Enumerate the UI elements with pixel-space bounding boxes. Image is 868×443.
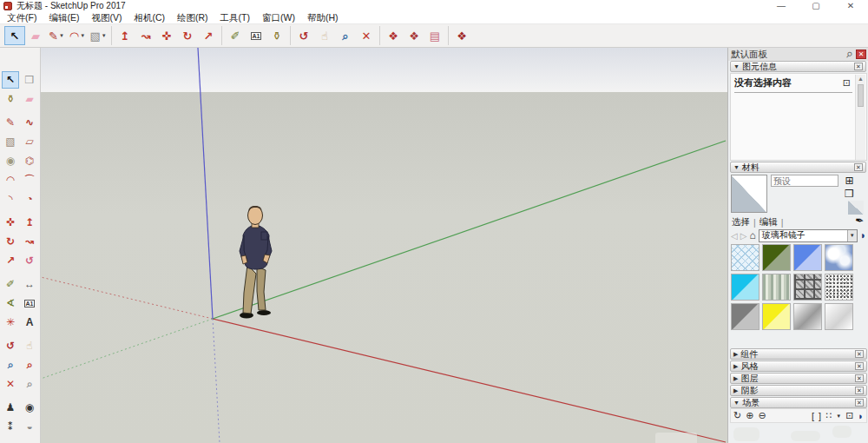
entity-info-scrollbar[interactable]: ▲: [855, 75, 865, 160]
line-tool-button[interactable]: ✎▼: [46, 26, 67, 45]
rotated-rectangle-tool-button[interactable]: ▱: [21, 133, 38, 150]
material-glass-obscure[interactable]: [825, 274, 853, 301]
section-plane-tool-button[interactable]: ◒: [21, 418, 38, 435]
menu-c[interactable]: 相机(C): [134, 12, 165, 24]
pushpull-tool-button[interactable]: ↥: [21, 214, 38, 231]
back-arrow-icon[interactable]: ◁: [731, 231, 738, 241]
maximize-button[interactable]: ▢: [799, 0, 833, 12]
in-model-materials-button[interactable]: ❒: [843, 188, 856, 201]
eraser-tool-button[interactable]: ▰: [25, 26, 46, 45]
update-scene-button[interactable]: ↻: [733, 410, 741, 421]
material-glass-lattice[interactable]: [731, 244, 760, 271]
forward-arrow-icon[interactable]: ▷: [740, 231, 747, 241]
pushpull-tool-button[interactable]: ↥: [115, 26, 135, 45]
scroll-up-icon[interactable]: ▲: [856, 75, 865, 83]
create-material-button[interactable]: ⊞: [843, 175, 856, 188]
menu-e[interactable]: 编辑(E): [49, 12, 79, 24]
material-glass-yellow[interactable]: [762, 303, 791, 330]
pin-icon[interactable]: ⚲: [845, 50, 854, 60]
zoom-extents-tool-button[interactable]: ✕: [356, 26, 377, 45]
pan-tool-button[interactable]: ☝: [21, 337, 38, 354]
arc-tool-button[interactable]: ◠: [2, 171, 19, 188]
get-models-button-button[interactable]: ❖: [383, 26, 404, 45]
modeling-viewport[interactable]: [41, 48, 727, 443]
share-component-button-button[interactable]: ▤: [424, 26, 445, 45]
section-close-button[interactable]: ✕: [855, 387, 864, 394]
collection-dropdown[interactable]: 玻璃和镜子 ▼: [759, 229, 858, 242]
materials-header[interactable]: ▼ 材料 ✕: [730, 162, 866, 173]
tray-close-button[interactable]: ✕: [856, 50, 866, 59]
text-tool-button[interactable]: A1: [246, 26, 266, 45]
menu-r[interactable]: 绘图(R): [177, 12, 208, 24]
protractor-tool-button[interactable]: ∢: [2, 294, 19, 312]
axes-tool-button[interactable]: ✳: [2, 314, 19, 331]
chevron-down-icon[interactable]: ▼: [102, 33, 107, 38]
orbit-tool-button[interactable]: ↺: [2, 337, 19, 354]
move-tool-button[interactable]: ✜: [156, 26, 177, 45]
section-close-button[interactable]: ✕: [855, 374, 864, 382]
zoom-tool-button[interactable]: ⌕: [335, 26, 356, 45]
tape-measure-tool-button[interactable]: ✐: [2, 275, 19, 293]
material-mirror-white[interactable]: [825, 303, 853, 330]
close-button[interactable]: ✕: [833, 0, 868, 12]
section-close-button[interactable]: ✕: [855, 399, 864, 407]
menu-t[interactable]: 工具(T): [220, 12, 250, 24]
menu-f[interactable]: 文件(F): [7, 12, 36, 24]
move-tool-button[interactable]: ✜: [2, 214, 19, 231]
entity-info-close-button[interactable]: ✕: [854, 63, 863, 70]
followme-tool-button[interactable]: ↝: [135, 26, 156, 45]
chevron-down-icon[interactable]: ▼: [80, 33, 85, 38]
section-场景[interactable]: ▼场景✕: [730, 397, 867, 408]
chevron-down-icon[interactable]: ▼: [59, 33, 64, 38]
remove-scene-button[interactable]: ⊖: [758, 410, 766, 421]
paint-bucket-tool-button[interactable]: ⚱: [2, 90, 19, 108]
zoom-previous-tool-button[interactable]: ⌕: [21, 375, 38, 393]
rectangle-tool-button[interactable]: ▧▼: [88, 26, 108, 45]
eraser-tool-button[interactable]: ▰: [21, 90, 38, 108]
circle-tool-button[interactable]: ◉: [2, 152, 19, 169]
menu-w[interactable]: 窗口(W): [262, 12, 295, 24]
material-glass-cyan[interactable]: [731, 274, 760, 301]
share-model-button-button[interactable]: ❖: [404, 26, 424, 45]
section-阴影[interactable]: ▶阴影✕: [730, 385, 867, 396]
extension-warehouse-button-button[interactable]: ❖: [451, 26, 472, 45]
view-options-button[interactable]: ∷: [825, 410, 832, 421]
show-details-button[interactable]: ⊡: [845, 410, 853, 421]
section-close-button[interactable]: ✕: [855, 350, 864, 358]
offset-tool-button[interactable]: ↺: [21, 252, 38, 269]
rotate-tool-button[interactable]: ↻: [2, 233, 19, 250]
dimension-tool-button[interactable]: ↔: [21, 275, 38, 293]
menu-v[interactable]: 视图(V): [91, 12, 122, 24]
material-glass-grey[interactable]: [731, 303, 760, 330]
section-组件[interactable]: ▶组件✕: [730, 348, 867, 360]
material-glass-dark-green[interactable]: [762, 244, 791, 271]
section-风格[interactable]: ▶风格✕: [730, 360, 867, 372]
rectangle-tool-button[interactable]: ▧: [2, 133, 19, 150]
pan-tool-button[interactable]: ☝: [314, 26, 335, 45]
pie-tool-button[interactable]: ◔: [21, 190, 38, 208]
zoom-extents-tool-button[interactable]: ✕: [2, 375, 19, 393]
line-tool-button[interactable]: ✎: [2, 114, 19, 131]
menu-h[interactable]: 帮助(H): [307, 12, 339, 24]
person-figure[interactable]: [240, 206, 272, 319]
freehand-tool-button[interactable]: ∿: [21, 114, 38, 131]
scroll-thumb[interactable]: [858, 84, 864, 107]
tab-select[interactable]: 选择: [732, 216, 750, 228]
entity-info-header[interactable]: ▼ 图元信息 ✕: [730, 61, 866, 72]
walk-tool-button[interactable]: ⁑: [2, 418, 19, 435]
material-mirror-silver[interactable]: [793, 303, 822, 330]
polygon-tool-button[interactable]: ⌬: [21, 152, 38, 169]
rotate-tool-button[interactable]: ↻: [177, 26, 198, 45]
chevron-down-icon[interactable]: ▼: [836, 413, 841, 419]
text-tool-button[interactable]: A1: [21, 294, 38, 312]
materials-close-button[interactable]: ✕: [854, 163, 863, 171]
chevron-down-icon[interactable]: ▼: [847, 230, 857, 241]
followme-tool-button[interactable]: ↝: [21, 233, 38, 250]
material-glass-sky-reflection[interactable]: [825, 244, 853, 271]
paint-bucket-tool-button[interactable]: ⚱: [266, 26, 287, 45]
three-point-arc-tool-button[interactable]: ◝: [2, 190, 19, 208]
position-camera-tool-button[interactable]: ♟: [2, 399, 19, 416]
look-around-tool-button[interactable]: ◉: [21, 399, 38, 416]
scene-bracket-left-icon[interactable]: [: [812, 411, 814, 421]
move-scene-button[interactable]: ◗: [858, 411, 864, 421]
